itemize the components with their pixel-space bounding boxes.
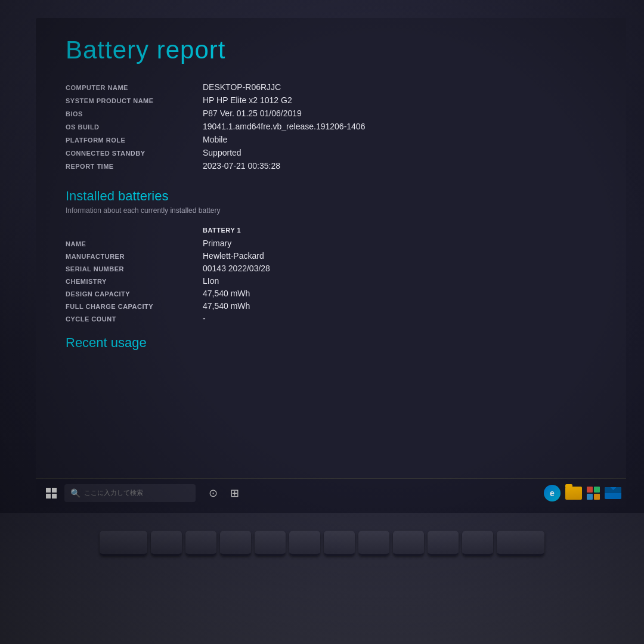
apps-cell-4: [594, 494, 600, 500]
installed-batteries-subtitle: Information about each currently install…: [66, 206, 596, 215]
battery-value: 47,540 mWh: [203, 289, 250, 298]
battery-label: SERIAL NUMBER: [66, 265, 203, 273]
info-label: REPORT TIME: [66, 163, 203, 170]
keyboard-area: [0, 513, 644, 644]
page-title: Battery report: [66, 36, 596, 64]
info-value: Mobile: [203, 135, 227, 144]
info-row: SYSTEM PRODUCT NAME HP HP Elite x2 1012 …: [66, 95, 596, 105]
key-q: [151, 531, 182, 556]
info-row: PLATFORM ROLE Mobile: [66, 135, 596, 144]
battery-label: MANUFACTURER: [66, 253, 203, 260]
taskbar-right-icons: e: [544, 485, 621, 501]
key-w: [185, 531, 216, 556]
taskbar: 🔍 ここに入力して検索 ⊙ ⊞ e: [36, 478, 626, 507]
svg-rect-2: [46, 494, 51, 499]
key-i: [393, 531, 424, 556]
info-value: HP HP Elite x2 1012 G2: [203, 95, 292, 105]
taskbar-center-icons: ⊙ ⊞: [204, 484, 243, 502]
screen: Battery report COMPUTER NAME DESKTOP-R06…: [36, 18, 626, 507]
battery-value: -: [203, 314, 206, 323]
info-label: BIOS: [66, 110, 203, 117]
battery-label: FULL CHARGE CAPACITY: [66, 303, 203, 310]
battery-row: DESIGN CAPACITY 47,540 mWh: [66, 289, 596, 298]
key-u: [358, 531, 389, 556]
battery-value: Hewlett-Packard: [203, 251, 264, 261]
mail-icon[interactable]: [605, 487, 621, 499]
info-value: 19041.1.amd64fre.vb_release.191206-1406: [203, 122, 365, 131]
installed-batteries-section: Installed batteries Information about ea…: [66, 188, 596, 215]
battery-section: BATTERY 1 NAME Primary MANUFACTURER Hewl…: [66, 227, 596, 323]
battery-value: 47,540 mWh: [203, 301, 250, 311]
key-r: [255, 531, 286, 556]
apps-cell-2: [594, 487, 600, 493]
key-e: [220, 531, 251, 556]
info-value: 2023-07-21 00:35:28: [203, 161, 280, 171]
info-label: OS BUILD: [66, 123, 203, 131]
svg-rect-1: [52, 488, 57, 493]
file-explorer-icon[interactable]: [565, 487, 582, 500]
info-value: P87 Ver. 01.25 01/06/2019: [203, 109, 302, 118]
widgets-button[interactable]: ⊞: [225, 484, 243, 502]
apps-cell-3: [587, 494, 593, 500]
recent-usage-title: Recent usage: [66, 335, 596, 351]
battery-value: Primary: [203, 239, 231, 248]
screen-content: Battery report COMPUTER NAME DESKTOP-R06…: [36, 18, 626, 471]
battery-row: CYCLE COUNT -: [66, 314, 596, 323]
battery-value: 00143 2022/03/28: [203, 264, 270, 273]
info-label: SYSTEM PRODUCT NAME: [66, 97, 203, 104]
battery-value: LIon: [203, 276, 219, 286]
laptop-frame: Battery report COMPUTER NAME DESKTOP-R06…: [0, 0, 644, 644]
info-label: COMPUTER NAME: [66, 84, 203, 91]
edge-icon[interactable]: e: [544, 485, 561, 501]
key-p: [462, 531, 493, 556]
battery-label: DESIGN CAPACITY: [66, 290, 203, 298]
battery-row: MANUFACTURER Hewlett-Packard: [66, 251, 596, 261]
info-row: OS BUILD 19041.1.amd64fre.vb_release.191…: [66, 122, 596, 131]
battery-label: NAME: [66, 240, 203, 247]
info-row: BIOS P87 Ver. 01.25 01/06/2019: [66, 109, 596, 118]
key-t: [289, 531, 320, 556]
info-row: CONNECTED STANDBY Supported: [66, 148, 596, 157]
apps-cell-1: [587, 487, 593, 493]
key-y: [324, 531, 355, 556]
battery-row: SERIAL NUMBER 00143 2022/03/28: [66, 264, 596, 273]
start-button[interactable]: [41, 482, 62, 504]
info-label: PLATFORM ROLE: [66, 137, 203, 144]
battery-row: NAME Primary: [66, 239, 596, 248]
battery-header: BATTERY 1: [203, 227, 596, 234]
info-row: COMPUTER NAME DESKTOP-R06RJJC: [66, 82, 596, 92]
search-bar[interactable]: 🔍 ここに入力して検索: [64, 484, 196, 502]
battery-label: CYCLE COUNT: [66, 315, 203, 323]
battery-row: FULL CHARGE CAPACITY 47,540 mWh: [66, 301, 596, 311]
search-placeholder-text: ここに入力して検索: [84, 488, 143, 497]
keyboard-keys: [0, 513, 644, 568]
installed-batteries-title: Installed batteries: [66, 188, 596, 204]
svg-rect-0: [46, 488, 51, 493]
key-o: [428, 531, 459, 556]
info-value: DESKTOP-R06RJJC: [203, 82, 281, 92]
search-icon: 🔍: [70, 488, 80, 498]
microsoft-store-icon[interactable]: [587, 487, 600, 500]
info-value: Supported: [203, 148, 242, 157]
system-info-table: COMPUTER NAME DESKTOP-R06RJJC SYSTEM PRO…: [66, 82, 596, 171]
task-view-button[interactable]: ⊙: [204, 484, 222, 502]
battery-label: CHEMISTRY: [66, 278, 203, 285]
info-label: CONNECTED STANDBY: [66, 150, 203, 157]
svg-rect-3: [52, 494, 57, 499]
battery-row: CHEMISTRY LIon: [66, 276, 596, 286]
key-tab: [100, 531, 147, 556]
key-bracket: [497, 531, 544, 556]
info-row: REPORT TIME 2023-07-21 00:35:28: [66, 161, 596, 171]
